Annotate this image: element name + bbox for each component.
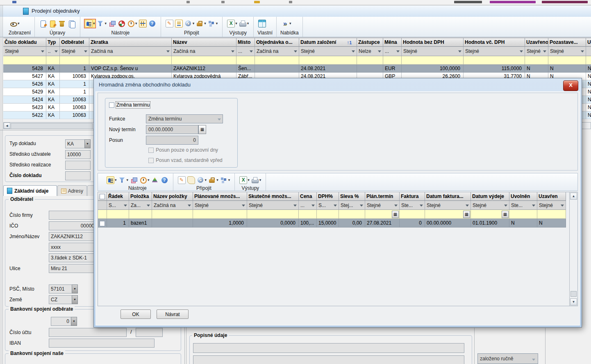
filter-input-cell[interactable]: [299, 210, 317, 219]
column-header[interactable]: Uzavřeno: [525, 38, 548, 47]
jmeno-nazev-field[interactable]: ZAKAZNIK112: [49, 232, 96, 241]
filter-input-cell[interactable]: [317, 210, 339, 219]
tab-zakladni-udaje[interactable]: Základní údaje: [3, 185, 57, 196]
ok-button[interactable]: OK: [120, 309, 151, 319]
excel-export-icon[interactable]: X: [227, 20, 235, 27]
filter-input-cell[interactable]: [129, 210, 152, 219]
order-row[interactable]: 5428 KA 1 VOP CZ,s.p. Šenov u ZAKAZNIK11…: [3, 65, 591, 73]
column-header[interactable]: Plán.termín: [365, 192, 400, 201]
column-filter-select[interactable]: Stejné: [548, 47, 586, 56]
column-filter-select[interactable]: Stejné: [402, 47, 464, 56]
bank-prefix-field[interactable]: 0: [51, 317, 71, 326]
scroll-up-arrow-icon[interactable]: ▲: [570, 193, 577, 200]
menu-chevrons-icon[interactable]: »: [281, 20, 289, 27]
tab-adresy[interactable]: Adresy: [57, 185, 87, 196]
posun-vzad-checkbox[interactable]: [148, 158, 154, 163]
zmena-terminu-checkbox[interactable]: [109, 102, 114, 108]
items-table-vscrollbar[interactable]: ▲ ▼: [569, 192, 577, 306]
filter-icon[interactable]: [118, 176, 126, 184]
row-checkbox[interactable]: [100, 221, 105, 226]
column-header[interactable]: Faktura: [400, 192, 425, 201]
column-filter-select[interactable]: Ste...: [509, 201, 537, 210]
bank-prefix-dropdown-icon[interactable]: ▼: [71, 317, 77, 326]
column-header[interactable]: DPH%: [317, 192, 339, 201]
calendar-icon[interactable]: ▦: [463, 211, 470, 218]
media-disc-icon[interactable]: [184, 20, 192, 27]
column-filter-select[interactable]: Začíná na: [255, 47, 299, 56]
filter-icon-caret[interactable]: ▾: [127, 178, 129, 182]
media-disc-icon[interactable]: [197, 176, 205, 184]
column-settings-icon[interactable]: [139, 20, 147, 27]
column-filter-select[interactable]: Stejné: [193, 201, 247, 210]
zeme-dropdown-icon[interactable]: ▼: [72, 295, 78, 304]
column-filter-select[interactable]: Ste...: [400, 201, 425, 210]
typ-dokladu-dropdown-icon[interactable]: ▼: [84, 139, 91, 148]
filter-input-cell[interactable]: [339, 210, 365, 219]
cislo-firmy-field[interactable]: [49, 211, 96, 220]
filter-input-cell[interactable]: [402, 56, 464, 65]
zmena-terminu-checkbox-row[interactable]: Změna termínu: [109, 102, 150, 108]
item-row[interactable]: 1 bazen1 1,0000 0,0000 100,... 15,0000 0…: [98, 219, 566, 228]
view-eye-icon[interactable]: [9, 20, 17, 27]
column-filter-select[interactable]: Stejné: [471, 201, 509, 210]
filter-input-cell[interactable]: [357, 56, 383, 65]
filter-input-cell[interactable]: [98, 210, 107, 219]
column-header[interactable]: Hodnota vč. DPH: [464, 38, 525, 47]
excel-export-icon-caret[interactable]: ▾: [235, 21, 237, 25]
edit-document-icon[interactable]: [49, 20, 57, 27]
column-filter-select[interactable]: Stejné: [60, 47, 89, 56]
print-icon-caret[interactable]: ▾: [259, 178, 261, 182]
column-header[interactable]: Měna: [383, 38, 402, 47]
scroll-down-arrow-icon[interactable]: ▼: [570, 298, 577, 305]
calendar-icon[interactable]: ▦: [392, 211, 399, 218]
filter-input-cell[interactable]: [525, 56, 548, 65]
jmeno-nazev-line3-field[interactable]: 3.řádek z SDK-1: [49, 253, 96, 262]
psc-dropdown-icon[interactable]: ▼: [72, 284, 78, 293]
history-clock-icon-caret[interactable]: ▾: [148, 178, 150, 182]
column-header[interactable]: Řádek: [107, 192, 129, 201]
media-disc-icon-caret[interactable]: ▾: [205, 178, 207, 182]
hscrollbar-thumb[interactable]: [11, 123, 93, 129]
column-header[interactable]: Skutečné množs...: [247, 192, 299, 201]
ico-field[interactable]: 00000: [49, 221, 96, 230]
filter-input-cell[interactable]: [46, 56, 60, 65]
popisne-field-2[interactable]: [193, 355, 464, 364]
attach-note-icon[interactable]: ✎: [166, 20, 173, 27]
custom-view-icon[interactable]: [258, 20, 266, 27]
filter-icon-caret[interactable]: ▾: [105, 21, 107, 25]
filter-input-cell[interactable]: [3, 56, 46, 65]
history-clock-icon[interactable]: [127, 20, 135, 27]
filter-input-cell[interactable]: [255, 56, 299, 65]
column-header[interactable]: Uzavřen: [537, 192, 566, 201]
column-filter-select[interactable]: Začíná na: [172, 47, 236, 56]
attach-note-icon[interactable]: ✎: [178, 176, 186, 184]
column-header[interactable]: Zkratka: [89, 38, 172, 47]
column-filter-select[interactable]: [98, 201, 107, 210]
excel-export-icon-caret[interactable]: ▾: [248, 178, 250, 182]
jmeno-nazev-line2-field[interactable]: xxxx: [49, 243, 96, 252]
column-header[interactable]: Název: [172, 38, 236, 47]
novy-termin-field[interactable]: 00.00.0000: [146, 125, 198, 134]
column-header[interactable]: Typ: [46, 38, 60, 47]
briefcase-icon[interactable]: [208, 176, 216, 184]
posun-field[interactable]: 0: [146, 136, 198, 145]
bulk-change-icon-caret[interactable]: ▾: [115, 178, 117, 182]
filter-input-cell[interactable]: [236, 56, 255, 65]
filter-input-cell[interactable]: [509, 210, 537, 219]
vscrollbar-thumb[interactable]: [571, 291, 577, 297]
posun-pracovni-checkbox[interactable]: [148, 148, 154, 153]
column-filter-select[interactable]: Stejné: [299, 47, 357, 56]
iban-field[interactable]: [49, 339, 155, 348]
scroll-left-arrow-icon[interactable]: ◀: [4, 123, 10, 129]
column-filter-select[interactable]: ...: [299, 201, 317, 210]
column-filter-select[interactable]: Stejné: [247, 201, 299, 210]
filter-input-cell[interactable]: [400, 210, 425, 219]
briefcase-icon-caret[interactable]: ▾: [216, 178, 218, 182]
calendar-icon[interactable]: ▦: [502, 211, 509, 218]
sort-indicator[interactable]: ↑1: [347, 39, 352, 46]
help-icon[interactable]: ?: [161, 176, 168, 184]
column-filter-select[interactable]: Za...: [129, 201, 152, 210]
column-filter-select[interactable]: S...: [107, 201, 129, 210]
briefcase-icon-caret[interactable]: ▾: [204, 21, 206, 25]
column-filter-select[interactable]: ...: [236, 47, 255, 56]
